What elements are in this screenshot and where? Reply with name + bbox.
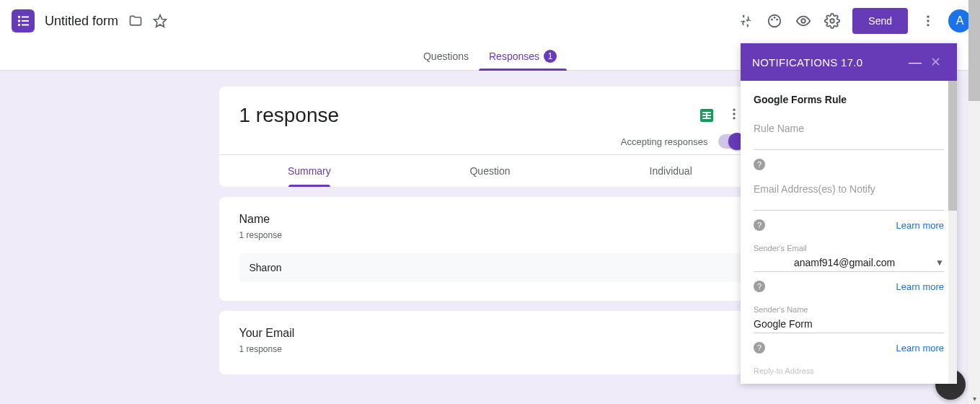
scroll-down-icon[interactable]: ▾	[968, 392, 980, 404]
learn-more-link[interactable]: Learn more	[896, 281, 944, 292]
accepting-responses-label: Accepting responses	[621, 136, 708, 147]
responses-title: 1 response	[239, 104, 698, 127]
help-icon[interactable]: ?	[754, 219, 765, 231]
learn-more-link[interactable]: Learn more	[896, 220, 944, 231]
settings-icon[interactable]	[818, 6, 847, 35]
senders-name-input[interactable]: Google Form	[754, 314, 944, 333]
addons-icon[interactable]	[731, 6, 760, 35]
rule-name-label: Rule Name	[754, 123, 944, 134]
subtab-individual[interactable]: Individual	[581, 155, 762, 187]
svg-point-24	[733, 117, 735, 119]
subtab-question[interactable]: Question	[399, 155, 581, 187]
emails-to-notify-input[interactable]	[754, 195, 944, 211]
panel-body: Google Forms Rule Rule Name ? Email Addr…	[741, 81, 957, 384]
chevron-down-icon: ▼	[935, 258, 944, 268]
svg-point-23	[733, 113, 735, 115]
forms-logo-icon[interactable]	[9, 6, 37, 35]
answer-value: Sharon	[239, 253, 741, 282]
more-menu-icon[interactable]	[914, 6, 943, 35]
senders-name-value: Google Form	[754, 318, 813, 330]
tab-responses[interactable]: Responses 1	[479, 42, 567, 71]
reply-to-label: Reply-to Address	[754, 366, 944, 375]
svg-point-12	[802, 19, 806, 23]
panel-minimize-icon[interactable]: —	[905, 55, 925, 70]
rule-name-input[interactable]	[754, 134, 944, 150]
preview-icon[interactable]	[789, 6, 818, 35]
tab-responses-label: Responses	[489, 50, 539, 62]
send-button[interactable]: Send	[852, 8, 908, 34]
senders-email-select[interactable]: anamf914@gmail.com ▼	[754, 252, 944, 272]
response-subtabs: Summary Question Individual	[219, 154, 762, 187]
question-title: Name	[239, 213, 741, 226]
create-spreadsheet-icon[interactable]	[698, 107, 715, 124]
help-icon[interactable]: ?	[754, 281, 765, 292]
svg-marker-7	[154, 15, 167, 27]
svg-point-11	[777, 19, 779, 21]
tab-questions[interactable]: Questions	[413, 42, 479, 71]
window-scrollbar-thumb[interactable]	[968, 0, 980, 101]
help-icon[interactable]: ?	[754, 342, 765, 354]
learn-more-link[interactable]: Learn more	[896, 343, 944, 354]
star-icon[interactable]	[153, 14, 167, 28]
panel-title: NOTIFICATIONS 17.0	[752, 56, 905, 69]
question-response-count: 1 response	[239, 344, 741, 354]
svg-rect-2	[18, 20, 20, 22]
question-card-name: Name 1 response Sharon	[219, 197, 762, 301]
panel-header: NOTIFICATIONS 17.0 — ✕	[741, 43, 957, 81]
panel-scrollbar[interactable]	[948, 81, 957, 384]
svg-rect-21	[706, 112, 707, 119]
panel-close-icon[interactable]: ✕	[925, 54, 945, 70]
svg-rect-6	[22, 25, 29, 26]
svg-point-13	[831, 19, 835, 23]
svg-point-14	[927, 16, 929, 18]
question-title: Your Email	[239, 327, 741, 340]
top-bar: Untitled form Send A	[0, 0, 980, 42]
svg-rect-5	[22, 20, 29, 22]
svg-rect-3	[18, 24, 20, 26]
notifications-panel: NOTIFICATIONS 17.0 — ✕ Google Forms Rule…	[741, 43, 957, 384]
svg-point-10	[774, 17, 776, 19]
senders-name-label: Sender's Name	[754, 305, 944, 314]
question-response-count: 1 response	[239, 230, 741, 240]
responses-summary-card: 1 response Accepting responses Summary Q…	[219, 87, 762, 187]
svg-point-22	[733, 109, 735, 111]
question-card-email: Your Email 1 response	[219, 311, 762, 374]
senders-email-value: anamf914@gmail.com	[754, 257, 935, 268]
svg-point-16	[927, 24, 929, 26]
move-to-folder-icon[interactable]	[128, 14, 143, 28]
panel-scrollbar-thumb[interactable]	[948, 81, 957, 211]
window-scrollbar[interactable]: ▾	[968, 0, 980, 404]
svg-point-15	[927, 19, 929, 22]
subtab-summary[interactable]: Summary	[219, 155, 400, 187]
svg-rect-4	[22, 17, 29, 18]
responses-more-icon[interactable]	[727, 107, 741, 124]
svg-point-9	[771, 19, 773, 21]
senders-email-label: Sender's Email	[754, 244, 944, 252]
panel-heading: Google Forms Rule	[754, 94, 944, 105]
responses-count-badge: 1	[544, 50, 557, 63]
svg-rect-1	[18, 16, 20, 18]
emails-to-notify-label: Email Address(es) to Notify	[754, 183, 944, 195]
form-title[interactable]: Untitled form	[45, 14, 118, 29]
customize-theme-icon[interactable]	[760, 6, 789, 35]
help-icon[interactable]: ?	[754, 159, 765, 170]
